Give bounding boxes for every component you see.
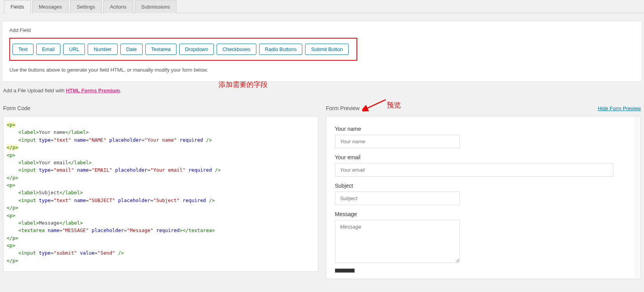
tab-settings[interactable]: Settings xyxy=(70,0,102,13)
add-field-panel: Add Field Text Email URL Number Date Tex… xyxy=(2,21,642,82)
preview-message-label: Message xyxy=(335,211,632,217)
add-checkboxes-button[interactable]: Checkboxes xyxy=(217,44,256,55)
add-date-button[interactable]: Date xyxy=(120,44,143,55)
tab-actions[interactable]: Actions xyxy=(103,0,133,13)
form-code-editor[interactable]: <p> <label>Your name</label> <input type… xyxy=(3,116,318,272)
add-textarea-button[interactable]: Textarea xyxy=(145,44,176,55)
form-preview-title: Form Preview xyxy=(326,105,360,111)
svg-line-0 xyxy=(365,100,386,109)
add-email-button[interactable]: Email xyxy=(36,44,61,55)
form-preview-panel: Your name Your email Subject Message xyxy=(326,116,641,279)
add-text-button[interactable]: Text xyxy=(12,44,34,55)
add-field-hint: Use the buttons above to generate your f… xyxy=(9,67,635,73)
add-radio-button[interactable]: Radio Buttons xyxy=(259,44,303,55)
add-dropdown-button[interactable]: Dropdown xyxy=(179,44,214,55)
add-submit-button[interactable]: Submit Button xyxy=(305,44,349,55)
preview-submit-button[interactable] xyxy=(335,269,355,273)
premium-link[interactable]: HTML Forms Premium xyxy=(66,88,120,93)
preview-message-textarea[interactable] xyxy=(335,220,460,263)
hide-preview-link[interactable]: Hide Form Preview xyxy=(598,106,641,111)
add-number-button[interactable]: Number xyxy=(88,44,117,55)
preview-name-input[interactable] xyxy=(335,135,460,148)
annotation-preview: 预览 xyxy=(387,100,401,110)
preview-email-label: Your email xyxy=(335,154,632,160)
preview-email-input[interactable] xyxy=(335,163,614,177)
file-upload-note: Add a File Upload field with HTML Forms … xyxy=(3,88,641,93)
annotation-add-fields: 添加需要的字段 xyxy=(219,80,268,89)
editor-tabs: Fields Messages Settings Actions Submiss… xyxy=(2,0,644,13)
tab-messages[interactable]: Messages xyxy=(32,0,69,13)
add-url-button[interactable]: URL xyxy=(63,44,85,55)
add-field-title: Add Field xyxy=(9,27,635,33)
scrollbar[interactable] xyxy=(635,116,640,279)
arrow-icon xyxy=(362,97,388,114)
field-buttons-row: Text Email URL Number Date Textarea Drop… xyxy=(9,38,357,61)
preview-name-label: Your name xyxy=(335,126,632,132)
form-code-title: Form Code xyxy=(3,105,30,111)
tab-submissions[interactable]: Submissions xyxy=(135,0,177,13)
preview-subject-input[interactable] xyxy=(335,192,460,205)
preview-subject-label: Subject xyxy=(335,183,632,189)
tab-fields[interactable]: Fields xyxy=(4,0,31,13)
